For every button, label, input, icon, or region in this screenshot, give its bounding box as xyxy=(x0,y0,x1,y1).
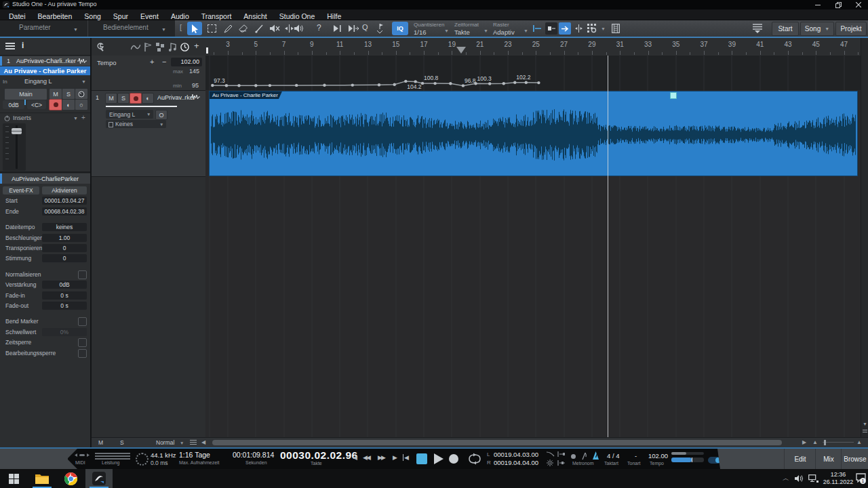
start-page-button[interactable]: Start xyxy=(772,22,799,36)
precount-icon[interactable] xyxy=(571,454,576,459)
studio-one-taskbar-button[interactable] xyxy=(85,469,113,488)
tempo-lane[interactable]: 97.3104.2100.896.8100.3102.2 xyxy=(205,56,868,91)
scroll-down-arrow[interactable]: ▼ xyxy=(863,422,867,426)
stop-button[interactable] xyxy=(416,453,427,464)
chord-track-icon[interactable] xyxy=(168,43,177,52)
track-header[interactable]: 1 M S ◐ AuPrivav..rker Eingang L ▼ O Kei… xyxy=(92,91,205,177)
eraser-tool-button[interactable] xyxy=(237,22,250,35)
tempo-point[interactable] xyxy=(474,82,477,85)
track-mute-button[interactable]: M xyxy=(105,93,117,104)
song-page-button[interactable]: Song▼ xyxy=(800,22,834,36)
forward-button[interactable]: ▶▶ xyxy=(378,454,384,461)
video-button[interactable] xyxy=(609,22,623,35)
menu-datei[interactable]: Datei xyxy=(3,12,32,21)
tempo-subtract-button[interactable]: − xyxy=(162,58,166,66)
mute-button[interactable]: M xyxy=(49,88,62,100)
range-tool-button[interactable] xyxy=(205,22,218,35)
checkbox[interactable] xyxy=(78,338,87,347)
tempo-point[interactable] xyxy=(433,82,436,85)
zoom-out-icon[interactable]: ▲ xyxy=(812,439,818,445)
seconds-display[interactable]: 00:01:09.814 xyxy=(233,451,274,459)
arrange-area[interactable]: Au Privave - Charlie Parker xyxy=(205,90,868,437)
loop-start-value[interactable]: 00019.04.03.00 xyxy=(494,451,538,458)
arranger-blocks-icon[interactable] xyxy=(156,43,165,52)
loop-end-value[interactable]: 00019.04.04.00 xyxy=(494,459,538,466)
tempo-value-field[interactable]: 102.00 xyxy=(171,58,202,66)
add-insert-icon[interactable]: + xyxy=(81,114,85,121)
browse-view-button[interactable]: Browse xyxy=(841,449,868,469)
mute-tool-button[interactable] xyxy=(267,22,282,35)
song-title-bar[interactable]: Au Privave - Charlie Parker xyxy=(0,66,90,75)
solo-button[interactable]: S xyxy=(62,88,75,100)
volume-field[interactable]: 0dB xyxy=(3,100,24,109)
tempo-point[interactable] xyxy=(414,80,417,83)
scroll-left-arrow[interactable]: ◀ xyxy=(201,439,205,445)
edit-view-button[interactable]: Edit xyxy=(784,449,816,469)
tempo-point[interactable] xyxy=(462,84,465,87)
tempo-point[interactable] xyxy=(488,82,491,85)
menu-song[interactable]: Song xyxy=(78,12,107,21)
next-bar-button[interactable]: ▶ xyxy=(393,454,397,461)
monitor-button[interactable]: ◐ xyxy=(62,99,75,110)
timesig-value[interactable]: 4 / 4 xyxy=(607,452,620,460)
minimize-button[interactable] xyxy=(808,0,827,9)
start-button[interactable] xyxy=(0,469,27,488)
raster-dropdown[interactable]: Raster Adaptiv xyxy=(493,22,515,36)
wrench-icon[interactable] xyxy=(95,43,104,52)
tempo-point[interactable] xyxy=(537,81,540,84)
tray-clock[interactable]: 12:36 26.11.2022 xyxy=(821,471,856,486)
checkbox[interactable] xyxy=(78,270,87,279)
tempo-point[interactable] xyxy=(237,84,240,87)
inspector-field[interactable]: 00001.03.04.27 xyxy=(42,197,87,205)
play-button[interactable] xyxy=(434,453,443,464)
tempo-min-value[interactable]: 95 xyxy=(192,82,199,89)
marker-jump-icon[interactable] xyxy=(557,451,566,457)
inspector-field[interactable]: 0 xyxy=(42,254,87,262)
mixdown-button[interactable] xyxy=(746,22,769,35)
tempo-curve[interactable]: 97.3104.2100.896.8100.3102.2 xyxy=(205,56,868,90)
help-button[interactable]: ? xyxy=(317,23,321,33)
event-marker-button[interactable] xyxy=(545,22,557,35)
menu-audio[interactable]: Audio xyxy=(165,12,195,21)
bend-marker-handle[interactable] xyxy=(670,92,677,99)
checkbox[interactable] xyxy=(78,349,87,358)
tempo-point[interactable] xyxy=(225,84,228,87)
inspector-field[interactable]: 0 xyxy=(42,244,87,252)
zoom-slider-handle[interactable] xyxy=(824,440,826,445)
inspector-field[interactable]: 1.00 xyxy=(42,234,87,242)
inspector-field[interactable]: 0 s xyxy=(42,302,87,310)
add-track-icon[interactable]: + xyxy=(194,41,199,51)
audio-event[interactable]: Au Privave - Charlie Parker xyxy=(209,91,858,176)
autoscroll-button[interactable] xyxy=(330,22,345,35)
tempo-point[interactable] xyxy=(404,80,407,83)
marker-flag-icon[interactable] xyxy=(144,43,152,52)
tempo-point[interactable] xyxy=(323,84,326,87)
pan-knob-button[interactable] xyxy=(75,88,88,100)
timeline-ruler[interactable]: 3579111315171921232527293133353739414345… xyxy=(205,38,868,56)
inspector-field[interactable]: 0dB xyxy=(42,281,87,289)
menu-spur[interactable]: Spur xyxy=(107,12,134,21)
zoom-slider[interactable] xyxy=(823,442,854,443)
macro-bend-button[interactable] xyxy=(373,22,387,35)
tempo-point[interactable] xyxy=(295,84,298,87)
network-tray-icon[interactable] xyxy=(808,474,818,483)
tempo-point[interactable] xyxy=(211,84,214,87)
splitter-button[interactable] xyxy=(572,22,585,35)
paint-tool-button[interactable] xyxy=(252,22,266,35)
footer-mode-dropdown[interactable]: Normal xyxy=(156,439,174,446)
mix-view-button[interactable]: Mix xyxy=(815,449,842,469)
footer-mute-button[interactable]: M xyxy=(98,439,103,446)
input-dropdown[interactable]: Eingang L ▼ xyxy=(16,77,88,86)
inserts-row[interactable]: Inserts ▼ + xyxy=(0,113,90,123)
record-arm-button[interactable] xyxy=(49,99,62,110)
scroll-right-arrow[interactable]: ▶ xyxy=(802,439,806,445)
tempo-point[interactable] xyxy=(378,83,380,86)
tempo-point[interactable] xyxy=(525,81,528,84)
bars-display[interactable]: 00030.02.02.96 xyxy=(280,449,358,462)
close-button[interactable] xyxy=(849,0,868,9)
output-toggle[interactable] xyxy=(708,457,722,464)
checkbox[interactable] xyxy=(78,317,87,326)
menu-bearbeiten[interactable]: Bearbeiten xyxy=(32,12,79,21)
file-explorer-button[interactable] xyxy=(28,469,56,488)
main-output-button[interactable]: Main xyxy=(4,88,47,100)
